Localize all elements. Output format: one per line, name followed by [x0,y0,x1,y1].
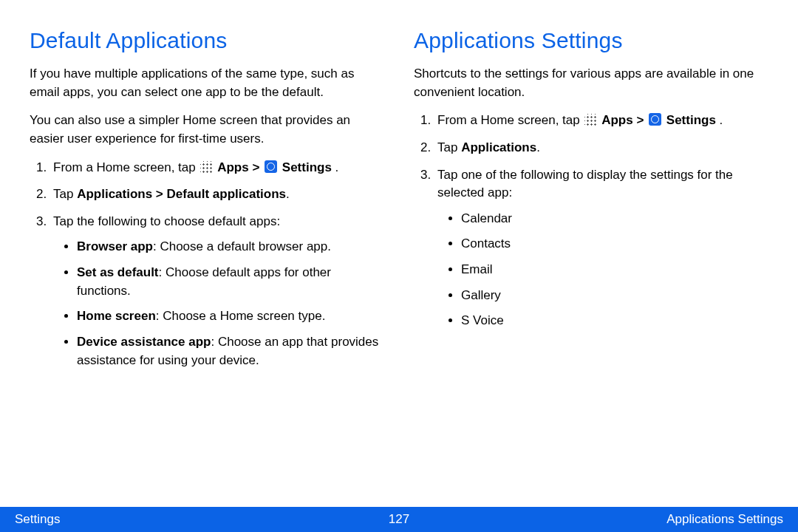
text-fragment: Tap the following to choose default apps… [53,214,280,228]
settings-gear-icon [265,160,277,173]
step-right-2: Tap Applications. [434,139,768,157]
steps-left: From a Home screen, tap Apps > Settings … [30,159,384,370]
step-left-3: Tap the following to choose default apps… [50,213,384,369]
bullet-bold: Device assistance app [77,335,211,349]
text-fragment: Tap [53,187,77,201]
text-fragment: . [286,187,290,201]
footer-left: Settings [15,512,271,527]
bullet-email: Email [461,261,768,279]
text-fragment: . [716,113,723,127]
bullet-home-screen: Home screen: Choose a Home screen type. [77,307,384,326]
heading-applications-settings: Applications Settings [414,28,768,53]
step-right-3: Tap one of the following to display the … [434,166,768,330]
bullet-bold: Browser app [77,239,153,253]
bullet-bold: Set as default [77,265,159,279]
footer-page-number: 127 [271,512,528,527]
label-applications-default: Applications > Default applications [77,187,286,201]
step-right-1: From a Home screen, tap Apps > Settings … [434,112,768,130]
label-settings: Settings [282,160,332,174]
bullet-bold: Home screen [77,309,156,323]
text-fragment: . [536,140,540,154]
text-fragment: From a Home screen, tap [437,113,583,127]
step-left-1: From a Home screen, tap Apps > Settings … [50,159,384,177]
apps-grid-icon [584,114,596,126]
step-left-2: Tap Applications > Default applications. [50,185,384,204]
label-apps: Apps > [217,160,263,174]
label-applications: Applications [461,140,536,154]
label-apps: Apps > [601,113,647,127]
bullets-left: Browser app: Choose a default browser ap… [53,238,384,369]
para-left-1: If you have multiple applications of the… [30,65,384,101]
bullet-calendar: Calendar [461,210,768,228]
bullet-rest: : Choose a default browser app. [153,239,331,253]
text-fragment: Tap [437,140,461,154]
text-fragment: . [332,160,338,174]
para-right-1: Shortcuts to the settings for various ap… [414,65,768,101]
footer-right: Applications Settings [527,512,783,527]
label-settings: Settings [666,113,716,127]
bullets-right: Calendar Contacts Email Gallery S Voice [437,210,768,330]
bullet-gallery: Gallery [461,287,768,305]
col-default-applications: Default Applications If you have multipl… [30,28,384,492]
heading-default-applications: Default Applications [30,28,384,53]
col-applications-settings: Applications Settings Shortcuts to the s… [414,28,768,492]
bullet-browser-app: Browser app: Choose a default browser ap… [77,238,384,256]
bullet-set-as-default: Set as default: Choose default apps for … [77,264,384,300]
bullet-rest: : Choose a Home screen type. [156,309,326,323]
bullet-device-assistance: Device assistance app: Choose an app tha… [77,333,384,369]
bullet-contacts: Contacts [461,235,768,253]
text-fragment: Tap one of the following to display the … [437,168,733,200]
apps-grid-icon [200,161,212,173]
settings-gear-icon [649,113,661,126]
page-body: Default Applications If you have multipl… [0,0,798,507]
steps-right: From a Home screen, tap Apps > Settings … [414,112,768,330]
bullet-svoice: S Voice [461,312,768,330]
page-footer: Settings 127 Applications Settings [0,507,798,532]
text-fragment: From a Home screen, tap [53,160,199,174]
para-left-2: You can also use a simpler Home screen t… [30,112,384,148]
